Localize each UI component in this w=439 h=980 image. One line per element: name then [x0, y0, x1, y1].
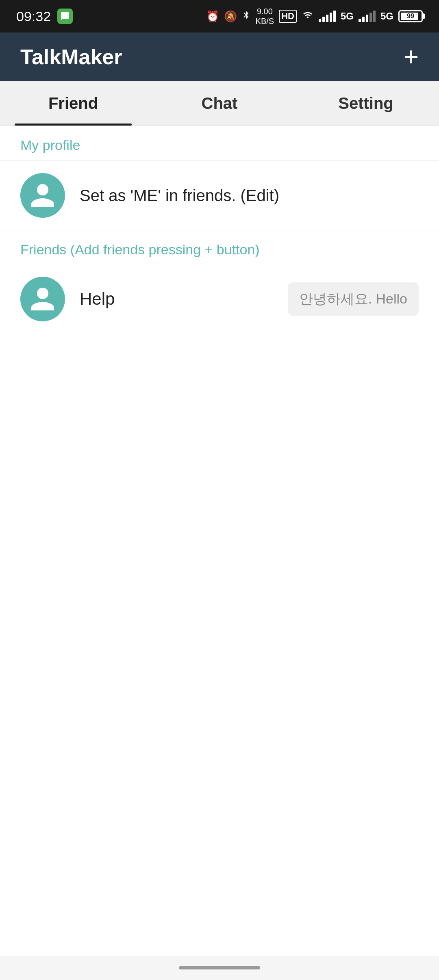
bluetooth-icon: [242, 9, 251, 24]
add-button[interactable]: +: [404, 44, 419, 70]
hd-icon: HD: [279, 10, 297, 23]
battery-icon: 99: [398, 10, 423, 22]
signal-bars-2: [359, 11, 376, 22]
tab-setting[interactable]: Setting: [293, 81, 439, 126]
wifi-icon: [302, 10, 314, 23]
network-speed: 9.00 KB/S: [256, 7, 274, 26]
tab-bar: Friend Chat Setting: [0, 81, 439, 126]
5g-label-2: 5G: [380, 11, 393, 22]
friend-status-help: 안녕하세요. Hello: [288, 282, 419, 316]
main-content: My profile Set as 'ME' in friends. (Edit…: [0, 126, 439, 956]
alarm-icon: ⏰: [206, 10, 219, 23]
friend-item-help[interactable]: Help 안녕하세요. Hello: [0, 265, 439, 333]
message-icon: [57, 9, 73, 24]
bottom-bar: [0, 956, 439, 980]
signal-bars-1: [319, 11, 336, 22]
my-profile-text: Set as 'ME' in friends. (Edit): [80, 186, 279, 205]
app-header: TalkMaker +: [0, 33, 439, 81]
tab-chat[interactable]: Chat: [146, 81, 293, 126]
5g-label-1: 5G: [341, 11, 354, 22]
friend-avatar-help: [20, 277, 65, 321]
home-indicator: [179, 966, 260, 969]
my-avatar: [20, 173, 65, 218]
friends-label: Friends (Add friends pressing + button): [0, 230, 439, 265]
my-profile-row[interactable]: Set as 'ME' in friends. (Edit): [0, 161, 439, 230]
friend-name-help: Help: [80, 289, 273, 309]
mute-icon: 🔕: [224, 10, 237, 23]
tab-friend[interactable]: Friend: [0, 81, 146, 126]
status-icons: ⏰ 🔕 9.00 KB/S HD 5G: [206, 7, 423, 26]
app-title: TalkMaker: [20, 45, 122, 69]
status-bar: 09:32 ⏰ 🔕 9.00 KB/S HD: [0, 0, 439, 33]
my-profile-label: My profile: [0, 126, 439, 161]
status-time: 09:32: [16, 9, 51, 24]
